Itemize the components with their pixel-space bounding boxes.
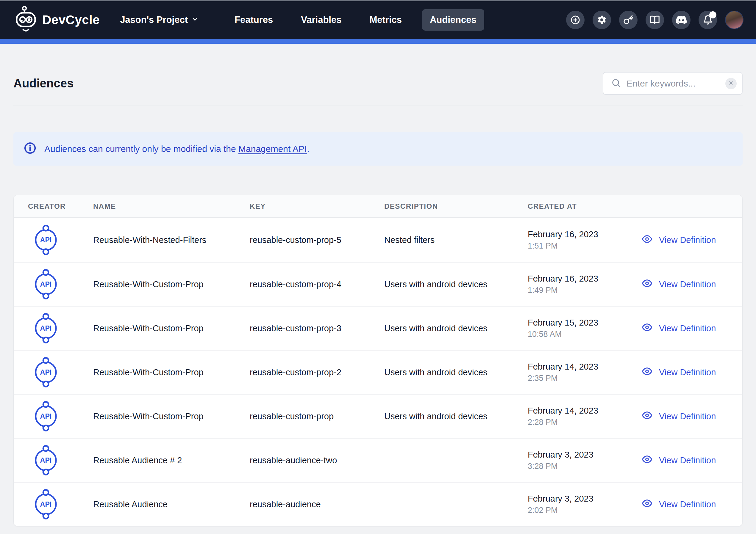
eye-icon <box>640 498 654 511</box>
table-row: API Reusable-With-Custom-Prop reusable-c… <box>14 394 742 438</box>
plus-circle-icon <box>570 15 580 25</box>
page-title: Audiences <box>14 77 73 90</box>
view-definition-link[interactable]: View Definition <box>640 234 716 246</box>
created-time: 2:02 PM <box>528 506 640 515</box>
actions-cell: View Definition <box>640 234 742 246</box>
svg-text:API: API <box>40 324 52 332</box>
svg-text:API: API <box>40 500 52 508</box>
nav-item-variables[interactable]: Variables <box>293 9 349 31</box>
navbar-actions <box>566 11 743 29</box>
chevron-down-icon <box>191 14 199 25</box>
audience-key: reusable-custom-prop-5 <box>250 235 384 245</box>
audience-key: reusable-custom-prop <box>250 412 384 421</box>
page-header: Audiences <box>14 72 742 95</box>
created-time: 1:49 PM <box>528 286 640 295</box>
header-divider <box>14 106 742 106</box>
svg-text:API: API <box>40 369 52 376</box>
audience-name: Reusable-With-Custom-Prop <box>93 323 250 333</box>
eye-icon <box>640 366 654 378</box>
svg-text:API: API <box>40 412 52 420</box>
info-banner: Audiences can currently only be modified… <box>14 132 742 165</box>
created-at-cell: February 14, 2023 2:35 PM <box>528 362 640 383</box>
audience-name: Reusable Audience <box>93 499 250 509</box>
nav-item-features[interactable]: Features <box>227 9 281 31</box>
view-definition-link[interactable]: View Definition <box>640 278 716 291</box>
audience-description: Users with android devices <box>384 368 528 377</box>
creator-cell: API <box>14 445 93 476</box>
project-name: Jason's Project <box>120 14 188 25</box>
search-icon <box>611 78 621 89</box>
gear-icon <box>597 15 607 25</box>
view-definition-label: View Definition <box>659 455 716 465</box>
api-creator-icon: API <box>32 224 93 255</box>
view-definition-link[interactable]: View Definition <box>640 454 716 467</box>
audience-key: reusable-custom-prop-4 <box>250 279 384 289</box>
notifications-button[interactable] <box>699 11 717 29</box>
search-box <box>603 72 742 95</box>
top-navbar: DevCycle Jason's Project Features Variab… <box>0 1 756 38</box>
created-at-cell: February 3, 2023 3:28 PM <box>528 450 640 471</box>
api-creator-icon: API <box>32 489 93 520</box>
created-date: February 16, 2023 <box>528 274 640 284</box>
project-selector[interactable]: Jason's Project <box>120 14 199 25</box>
creator-cell: API <box>14 401 93 432</box>
table-row: API Reusable-With-Nested-Filters reusabl… <box>14 218 742 262</box>
view-definition-link[interactable]: View Definition <box>640 498 716 511</box>
creator-cell: API <box>14 269 93 300</box>
api-creator-icon: API <box>32 445 93 476</box>
view-definition-link[interactable]: View Definition <box>640 366 716 378</box>
eye-icon <box>640 454 654 467</box>
created-at-cell: February 14, 2023 2:28 PM <box>528 406 640 427</box>
view-definition-label: View Definition <box>659 499 716 509</box>
actions-cell: View Definition <box>640 322 742 335</box>
eye-icon <box>640 278 654 291</box>
settings-button[interactable] <box>593 11 611 29</box>
created-at-cell: February 15, 2023 10:58 AM <box>528 318 640 339</box>
clear-search-button[interactable] <box>725 78 737 89</box>
search-input[interactable] <box>627 79 720 89</box>
table-row: API Reusable Audience # 2 reusable-audie… <box>14 438 742 482</box>
table-row: API Reusable Audience reusable-audience … <box>14 482 742 526</box>
audience-name: Reusable-With-Custom-Prop <box>93 279 250 289</box>
create-button[interactable] <box>566 11 584 29</box>
banner-text-before: Audiences can currently only be modified… <box>44 144 238 154</box>
book-icon <box>650 15 660 25</box>
accent-bar <box>0 38 756 44</box>
api-creator-icon: API <box>32 357 93 388</box>
close-icon <box>729 81 733 86</box>
created-at-cell: February 16, 2023 1:51 PM <box>528 230 640 251</box>
col-header-key: KEY <box>250 202 384 211</box>
nav-item-metrics[interactable]: Metrics <box>362 9 410 31</box>
management-api-link[interactable]: Management API <box>238 144 307 154</box>
view-definition-link[interactable]: View Definition <box>640 322 716 335</box>
audiences-table: CREATOR NAME KEY DESCRIPTION CREATED AT … <box>14 195 742 526</box>
creator-cell: API <box>14 224 93 255</box>
info-icon <box>23 141 37 157</box>
api-keys-button[interactable] <box>619 11 637 29</box>
eye-icon <box>640 410 654 422</box>
created-date: February 14, 2023 <box>528 406 640 416</box>
devcycle-logo[interactable]: DevCycle <box>15 6 100 34</box>
audience-description: Users with android devices <box>384 323 528 333</box>
creator-cell: API <box>14 313 93 344</box>
svg-text:API: API <box>40 456 52 464</box>
nav-item-audiences[interactable]: Audiences <box>422 9 484 31</box>
created-at-cell: February 16, 2023 1:49 PM <box>528 274 640 295</box>
api-creator-icon: API <box>32 401 93 432</box>
created-at-cell: February 3, 2023 2:02 PM <box>528 494 640 515</box>
banner-text-after: . <box>307 144 309 154</box>
audience-description: Users with android devices <box>384 412 528 421</box>
created-time: 10:58 AM <box>528 330 640 339</box>
devcycle-robot-icon <box>15 6 36 34</box>
docs-button[interactable] <box>646 11 664 29</box>
created-time: 2:35 PM <box>528 374 640 383</box>
audience-name: Reusable-With-Nested-Filters <box>93 235 250 245</box>
creator-cell: API <box>14 357 93 388</box>
audience-name: Reusable-With-Custom-Prop <box>93 368 250 377</box>
banner-text: Audiences can currently only be modified… <box>44 144 310 154</box>
view-definition-link[interactable]: View Definition <box>640 410 716 422</box>
discord-button[interactable] <box>672 11 690 29</box>
actions-cell: View Definition <box>640 454 742 467</box>
avatar[interactable] <box>725 11 743 29</box>
col-header-creator: CREATOR <box>14 202 93 211</box>
